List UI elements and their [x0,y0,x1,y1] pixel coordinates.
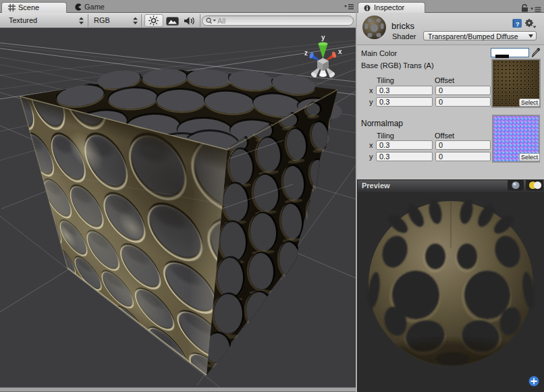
svg-text:z: z [304,49,308,57]
svg-text:?: ? [516,21,520,28]
svg-text:y: y [321,34,325,41]
svg-text:x: x [338,48,342,55]
